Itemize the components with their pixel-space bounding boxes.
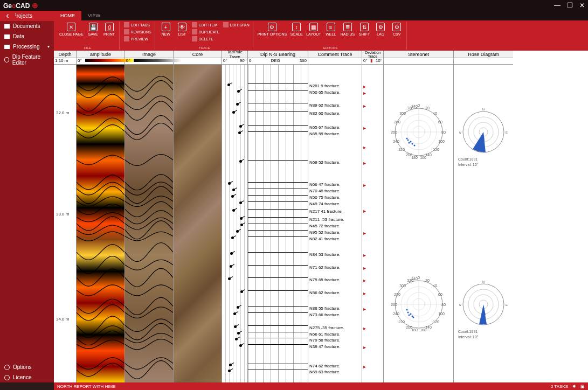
comment-item[interactable]: N82 60 fracture. <box>309 111 340 116</box>
comment-item[interactable]: N275 -35 fracture. <box>309 325 344 330</box>
print-button[interactable]: ⎙PRINT <box>102 22 117 37</box>
comment-item[interactable]: N50 75 fracture. <box>309 195 340 200</box>
lag-button[interactable]: ⚙LAG <box>373 22 388 37</box>
comment-item[interactable]: N88 55 fracture. <box>309 306 340 311</box>
comment-item[interactable]: N65 67 fracture. <box>309 125 340 130</box>
maximize-button[interactable]: ❐ <box>567 2 573 9</box>
close-page-button[interactable]: ✕CLOSE PAGE <box>58 22 85 37</box>
rose-diagram-2: N E W <box>459 280 508 329</box>
revisions-button[interactable]: REVISIONS <box>123 29 153 35</box>
stereonet-body[interactable]: 0 20 40 60 80 100 120 140 160 180 200 22… <box>384 65 453 382</box>
dip-track: Dip N-S Bearing 0 DEG 360 <box>248 51 308 382</box>
shift-button[interactable]: ⇅SHIFT <box>357 22 372 37</box>
delete-button[interactable]: DELETE <box>191 36 221 42</box>
comment-item[interactable]: N217 41 fracture. <box>309 209 343 214</box>
svg-point-41 <box>406 309 407 311</box>
tadpole-body[interactable] <box>222 65 247 382</box>
comment-item[interactable]: N70 48 fracture. <box>309 189 340 193</box>
tadpole <box>237 90 240 93</box>
comment-item[interactable]: N66 47 fracture. <box>309 182 340 187</box>
rose-body[interactable]: N E W Count:1891 Interval: 10° N E W Cou… <box>454 65 513 382</box>
sidebar-label: Options <box>13 364 31 370</box>
comment-item[interactable]: N66 61 fracture. <box>309 332 340 337</box>
amplitude-body[interactable] <box>77 65 124 382</box>
minimize-button[interactable]: — <box>554 2 561 9</box>
svg-text:200: 200 <box>406 325 412 329</box>
dip-line <box>248 111 308 112</box>
radius-button[interactable]: ≣RADIUS <box>340 22 356 37</box>
sidebar-item-dip-editor[interactable]: Dip Feature Editor <box>0 52 54 68</box>
core-body[interactable] <box>174 65 222 382</box>
comment-item[interactable]: N39 47 fracture. <box>309 344 340 349</box>
comment-item[interactable]: N89 62 fracture. <box>309 103 340 108</box>
well-button[interactable]: ≡WELL <box>323 22 338 37</box>
comment-item[interactable]: N69 52 fracture. <box>309 160 340 165</box>
svg-text:100: 100 <box>438 312 445 316</box>
comment-item[interactable]: N74 62 fracture. <box>309 364 340 368</box>
dip-body[interactable] <box>248 65 308 382</box>
list-button[interactable]: 👁LIST <box>175 22 190 42</box>
comment-item[interactable]: N71 62 fracture. <box>309 265 340 270</box>
svg-text:240: 240 <box>393 140 399 143</box>
back-button[interactable]: ‹ <box>0 11 15 20</box>
preview-button[interactable]: PREVIEW <box>123 36 153 42</box>
ribbon-label: LAYOUT <box>306 32 321 36</box>
comment-item[interactable]: N73 66 fracture. <box>309 312 340 317</box>
edit-span-button[interactable]: EDIT SPAN <box>222 22 251 28</box>
duplicate-button[interactable]: DUPLICATE <box>191 29 221 35</box>
layout-button[interactable]: ▦LAYOUT <box>305 22 322 37</box>
save-button[interactable]: 💾SAVE <box>86 22 101 37</box>
comment-item[interactable]: N281 9 fracture. <box>309 83 340 88</box>
print-options-button[interactable]: ⚙PRINT OPTIONS <box>257 22 288 37</box>
scale-button[interactable]: ↕SCALE <box>289 22 304 37</box>
comment-item[interactable]: N45 72 fracture. <box>309 224 340 228</box>
range-min: 0° <box>363 58 368 64</box>
range-max: 10° <box>376 58 382 64</box>
tadpole <box>227 83 230 86</box>
stereonet-sub <box>384 58 453 65</box>
tab-home[interactable]: HOME <box>54 11 81 20</box>
comment-item[interactable]: N84 53 fracture. <box>309 252 340 257</box>
comment-item[interactable]: N95 52 fracture. <box>309 230 340 235</box>
depth-body[interactable]: 32.0 m33.0 m34.0 m <box>54 65 76 382</box>
sidebar-item-licence[interactable]: Licence <box>0 372 54 382</box>
deviation-mark: ▸ <box>363 265 366 271</box>
comment-item[interactable]: N69 63 fracture. <box>309 370 340 374</box>
status-tasks[interactable]: 0 TASKS <box>551 384 568 389</box>
svg-text:W: W <box>459 303 461 307</box>
status-icon-1[interactable]: ✸ <box>572 384 576 389</box>
comment-item[interactable]: N82 41 fracture. <box>309 236 340 241</box>
image-body[interactable] <box>125 65 173 382</box>
deviation-body[interactable]: ▸▸▸▸▸▸▸▸▸▸▸▸▸▸▸▸▸ <box>362 65 383 382</box>
status-icon-2[interactable]: ▣ <box>580 384 585 389</box>
comment-item[interactable]: N79 58 fracture. <box>309 338 340 343</box>
sidebar-item-data[interactable]: Data <box>0 31 54 41</box>
rose-interval-1: Interval: 10° <box>458 163 478 166</box>
eye-icon: 👁 <box>178 23 186 31</box>
new-button[interactable]: +NEW <box>158 22 174 42</box>
sidebar-item-documents[interactable]: Documents <box>0 21 54 31</box>
sidebar-item-options[interactable]: Options <box>0 362 54 372</box>
gear-icon <box>4 365 10 370</box>
comment-item[interactable]: N75 65 fracture. <box>309 277 340 282</box>
comment-item[interactable]: N56 62 fracture. <box>309 290 340 295</box>
close-icon: ✕ <box>67 23 75 31</box>
csv-button[interactable]: ⚙CSV <box>389 22 404 37</box>
tab-view[interactable]: VIEW <box>81 11 107 20</box>
dip-line <box>248 364 308 364</box>
edit-item-button[interactable]: EDIT ITEM <box>191 22 221 28</box>
target-icon: ⊕ <box>32 1 38 10</box>
sidebar-item-processing[interactable]: Processing ▾ <box>0 41 54 52</box>
csv-icon: ⚙ <box>392 23 401 31</box>
comment-item[interactable]: N50 65 fracture. <box>309 90 340 95</box>
range-min: 0° <box>126 58 130 64</box>
comment-item[interactable]: N49 74 fracture. <box>309 201 340 206</box>
svg-text:60: 60 <box>438 120 442 124</box>
edit-tabs-button[interactable]: EDIT TABS <box>123 22 153 28</box>
close-button[interactable]: ✕ <box>579 2 585 9</box>
tadpole <box>233 312 236 315</box>
comment-body[interactable]: N281 9 fracture.N50 65 fracture.N89 62 f… <box>308 65 362 382</box>
deviation-mark: ▸ <box>363 208 366 214</box>
comment-item[interactable]: N211 -53 fracture. <box>309 217 344 222</box>
comment-item[interactable]: N65 59 fracture. <box>309 131 340 136</box>
